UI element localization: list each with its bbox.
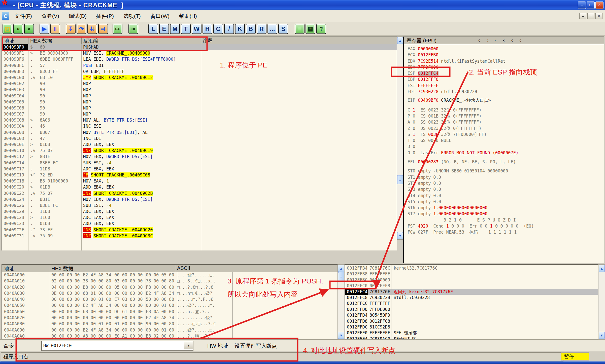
column-header-ascii[interactable]: ASCII <box>177 265 190 271</box>
disasm-row[interactable]: 00409C0390NOP <box>2 87 397 93</box>
disasm-row[interactable]: 00409C08>8A06MOV AL, BYTE PTR DS:[ESI] <box>2 117 397 123</box>
menu-item-2[interactable]: 调试(D) <box>65 11 91 21</box>
memory-window-button[interactable]: M <box>170 24 180 34</box>
column-header-hex[interactable]: HEX 数据 <box>30 38 52 44</box>
disasm-row[interactable]: 00409C0790NOP <box>2 111 397 117</box>
register-line[interactable]: EIP 00409BF0 CRACKME_.<模块入口点> <box>408 97 604 103</box>
collapse-arrow-icon[interactable]: ‹ <box>478 37 480 43</box>
register-line[interactable]: 3 2 1 0 E S P U O Z D I <box>408 217 604 223</box>
dump-row[interactable]: 0040A0A000 00 00 00A8 00 00 00E0 A1 00 0… <box>2 333 338 339</box>
menu-item-0[interactable]: 文件(F) <box>11 11 36 21</box>
register-line[interactable]: ST5 empty 0.0 <box>408 199 604 205</box>
disasm-row[interactable]: 00409C20>01DBADD EBX, EBX <box>2 184 397 190</box>
disasm-row[interactable]: 00409BFC.57PUSH EDI <box>2 62 397 68</box>
collapse-arrow-icon[interactable]: ‹ <box>495 37 496 43</box>
register-line[interactable]: ST0 empty -UNORM BBB0 01050104 00000000 <box>408 168 604 174</box>
register-line[interactable]: ESI FFFFFFFF <box>408 83 604 89</box>
collapse-arrow-icon[interactable]: ‹ <box>511 37 513 43</box>
dump-row[interactable]: 0040A08000 00 00 0000 00 01 0001 00 00 0… <box>2 321 338 327</box>
pause-button[interactable]: ‖ <box>50 24 60 34</box>
menu-item-5[interactable]: 窗口(W) <box>146 11 174 21</box>
stack-row[interactable]: 0012FFC00012FFF8 <box>345 283 599 289</box>
disasm-row[interactable]: 00409C0A.46INC ESI <box>2 123 397 129</box>
scroll-thumb[interactable]: ≡ <box>338 272 344 281</box>
disasm-row[interactable]: 00409BF1>BE 00904000MOV ESI, CRACKME_.00… <box>2 50 397 56</box>
column-header-hex[interactable]: HEX 数据 <box>51 265 73 272</box>
breakpoints-window-button[interactable]: B <box>246 24 256 34</box>
scroll-down-icon[interactable]: ▼ <box>397 232 403 239</box>
debugging-options-button[interactable]: ≡ <box>295 24 305 34</box>
register-line[interactable]: ST2 empty 0.0 <box>408 180 604 186</box>
cpu-child-icon[interactable]: C <box>2 12 9 20</box>
references-window-button[interactable]: R <box>257 24 266 34</box>
disasm-row[interactable]: 00409C1B.B8 01000000MOV EAX, 1 <box>2 178 397 184</box>
handles-window-button[interactable]: H <box>203 24 212 34</box>
animate-into-button[interactable]: ⇊ <box>87 24 97 34</box>
menu-item-6[interactable]: 帮助(H) <box>175 11 201 21</box>
command-combobox[interactable]: ▼ <box>41 341 193 351</box>
register-line[interactable]: D 0 <box>408 143 604 150</box>
step-over-button[interactable]: ↷ <box>77 24 86 34</box>
collapse-arrow-icon[interactable]: ‹ <box>503 37 505 43</box>
log-window-button[interactable]: L <box>148 24 158 34</box>
disasm-row[interactable]: 00409C0290NOP <box>2 81 397 87</box>
run-button[interactable]: ▶ <box>40 24 49 34</box>
open-file-button[interactable]: ◰ <box>3 24 12 34</box>
register-line[interactable]: EDI 7C930228 ntdll.7C930228 <box>408 89 604 95</box>
scroll-up-icon[interactable]: ▲ <box>599 265 605 272</box>
scroll-up-icon[interactable]: ▲ <box>338 265 344 272</box>
close-button[interactable]: × <box>595 2 603 9</box>
disasm-row[interactable]: 00409C29.11DBADC EBX, EBX <box>2 208 397 214</box>
stack-row[interactable]: 0012FFD480545DFD <box>345 312 599 318</box>
dropdown-arrow-icon[interactable]: ▼ <box>184 341 193 349</box>
register-line[interactable]: ST7 empty 1.0000000000000000000 <box>408 211 604 217</box>
registers-title[interactable]: 寄存器 (FPU) <box>407 37 436 44</box>
stack-row[interactable]: 0012FFB47C81776Ckernel32.7C81776C <box>345 265 599 271</box>
dump-row[interactable]: 0040A09000 00 00 00E2 4F A8 3400 00 00 0… <box>2 327 338 333</box>
disasm-row[interactable]: 00409C2D.01DBADD EBX, EBX <box>2 221 397 227</box>
stack-row[interactable]: 0012FFD07FFDE000 <box>345 307 599 312</box>
patches-window-button[interactable]: / <box>224 24 234 34</box>
register-line[interactable]: T 0 GS 0000 NULL <box>408 137 604 143</box>
pane-splitter[interactable] <box>0 250 403 264</box>
register-line[interactable]: S 1 FS 003B 32位 7FFDD000(FFF) <box>408 131 604 137</box>
close-process-button[interactable]: × <box>24 24 34 34</box>
disasm-row[interactable]: 00409C17.11DBADC EBX, EBX <box>2 166 397 172</box>
disasm-row[interactable]: 00409BF6.8DBE 0080FFFFLEA EDI, DWORD PTR… <box>2 56 397 62</box>
dump-scrollbar[interactable]: ▲ ≡ ▼ <box>338 264 345 339</box>
menu-item-1[interactable]: 查看(V) <box>38 11 63 21</box>
execute-till-return-button[interactable]: ↦ <box>113 24 122 34</box>
register-line[interactable]: FST 4020 Cond 1 0 0 0 Err 0 0 1 0 0 0 0 … <box>408 223 604 229</box>
disasm-row[interactable]: 00409C0D.47INC EDI <box>2 135 397 141</box>
scroll-up-icon[interactable]: ▲ <box>397 37 403 44</box>
appearance-button[interactable]: ▦ <box>306 24 315 34</box>
stack-scrollbar[interactable]: ▲ ▼ <box>598 264 605 339</box>
register-line[interactable]: A 0 SS 0023 32位 0(FFFFFFFF) <box>408 119 604 125</box>
cpu-window-button[interactable]: C <box>213 24 223 34</box>
register-line[interactable]: ST1 empty 0.0 <box>408 174 604 180</box>
stack-row[interactable]: 0012FFDC81CC92D8 <box>345 324 599 330</box>
step-into-button[interactable]: ↧ <box>66 24 76 34</box>
stack-row[interactable]: 0012FFBC00000009 <box>345 277 599 283</box>
mdi-close-button[interactable]: × <box>595 13 602 19</box>
dump-row[interactable]: 0040A05000 00 00 00E2 4F A8 3400 00 00 0… <box>2 302 338 308</box>
scroll-down-icon[interactable]: ▼ <box>599 332 605 339</box>
disasm-row[interactable]: 00409C2F.^73 EFJNB SHORT CRACKME_.00409C… <box>2 227 397 233</box>
column-header-comment[interactable]: 注释 <box>203 38 213 44</box>
windows-window-button[interactable]: W <box>192 24 201 34</box>
disasm-row[interactable]: 00409C10.v75 07JNZ SHORT CRACKME_.00409C… <box>2 148 397 154</box>
minimize-button[interactable]: – <box>578 2 586 9</box>
disasm-row[interactable]: 00409C14.83EE FCSUB ESI, -4 <box>2 160 397 166</box>
disasm-row[interactable]: 00409C0B.8807MOV BYTE PTR DS:[EDI], AL <box>2 129 397 135</box>
stack-row[interactable]: 0012FFB8FFFFFFFE <box>345 271 599 277</box>
disasm-row[interactable]: 00409BFD.83CD FFOR EBP, FFFFFFFF <box>2 68 397 75</box>
menu-item-4[interactable]: 选项(T) <box>119 11 145 21</box>
disasm-row[interactable]: 00409C31.v75 09JNZ SHORT CRACKME_.00409C… <box>2 233 397 239</box>
disasm-row[interactable]: 00409C0690NOP <box>2 105 397 111</box>
animate-over-button[interactable]: ⇉ <box>98 24 108 34</box>
stack-row[interactable]: 0012FFC87C930228ntdll.7C930228 <box>345 295 599 301</box>
disasm-row[interactable]: 00409C0590NOP <box>2 99 397 105</box>
source-window-button[interactable]: S <box>278 24 288 34</box>
disasm-row[interactable]: 00409C24.8B1EMOV EBX, DWORD PTR DS:[ESI] <box>2 196 397 202</box>
register-line[interactable]: Z 0 DS 0023 32位 0(FFFFFFFF) <box>408 125 604 131</box>
